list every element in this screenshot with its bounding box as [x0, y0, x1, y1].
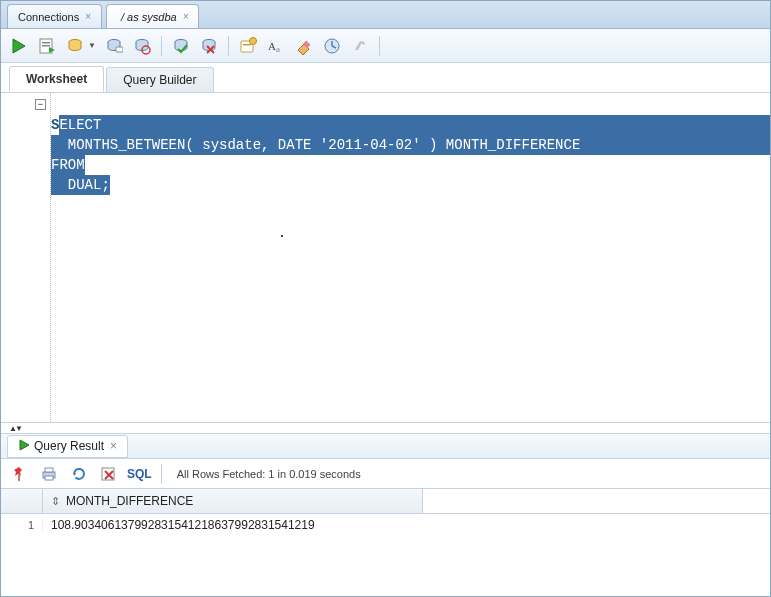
- rownum-header: [1, 489, 43, 513]
- column-header[interactable]: ⇕ MONTH_DIFFERENCE: [43, 489, 423, 513]
- separator: [161, 464, 162, 484]
- cursor-dot: [281, 235, 283, 237]
- row-number: 1: [1, 519, 43, 531]
- pane-splitter[interactable]: ▲▼: [1, 423, 770, 433]
- tab-as-sysdba[interactable]: / as sysdba ×: [106, 4, 199, 28]
- refresh-button[interactable]: [67, 462, 91, 486]
- rollback-button[interactable]: [197, 34, 221, 58]
- sort-icon[interactable]: ⇕: [51, 495, 60, 508]
- svg-marker-28: [20, 440, 29, 450]
- result-tab-strip: Query Result ×: [1, 433, 770, 459]
- worksheet-tab-strip: Worksheet Query Builder: [1, 67, 770, 93]
- code-content[interactable]: SELECT MONTHS_BETWEEN( sysdate, DATE '20…: [51, 93, 770, 422]
- result-toolbar: SQL All Rows Fetched: 1 in 0.019 seconds: [1, 459, 770, 489]
- code-line: ELECT: [59, 115, 770, 135]
- to-uppercase-button[interactable]: Aa: [264, 34, 288, 58]
- explain-plan-button[interactable]: [102, 34, 126, 58]
- svg-text:A: A: [268, 40, 276, 52]
- collapse-up-icon[interactable]: ▲▼: [9, 424, 21, 433]
- tab-label: Connections: [18, 11, 79, 23]
- tab-worksheet[interactable]: Worksheet: [9, 66, 104, 92]
- svg-marker-33: [73, 473, 76, 476]
- worksheet-toolbar: ▼ Aa: [1, 29, 770, 63]
- close-icon[interactable]: ×: [183, 11, 189, 22]
- autotrace-button[interactable]: [63, 34, 87, 58]
- svg-rect-6: [42, 42, 50, 44]
- dropdown-arrow-icon[interactable]: ▼: [88, 41, 96, 50]
- close-icon[interactable]: ×: [85, 11, 91, 22]
- fold-toggle-icon[interactable]: −: [35, 99, 46, 110]
- run-script-button[interactable]: [35, 34, 59, 58]
- svg-marker-4: [13, 39, 25, 53]
- editor-gutter: −: [1, 93, 51, 422]
- commit-button[interactable]: [169, 34, 193, 58]
- code-line: MONTHS_BETWEEN( sysdate, DATE '2011-04-0…: [51, 135, 770, 155]
- tab-query-builder[interactable]: Query Builder: [106, 67, 213, 92]
- tab-label: / as sysdba: [121, 11, 177, 23]
- delete-row-button[interactable]: [97, 462, 121, 486]
- table-row[interactable]: 1 108.9034061379928315412186379928315412…: [1, 514, 770, 536]
- svg-point-20: [249, 37, 256, 44]
- settings-button[interactable]: [348, 34, 372, 58]
- svg-rect-31: [45, 468, 53, 472]
- print-button[interactable]: [37, 462, 61, 486]
- result-grid: ⇕ MONTH_DIFFERENCE 1 108.903406137992831…: [1, 489, 770, 536]
- svg-rect-11: [116, 47, 123, 52]
- tab-connections[interactable]: Connections ×: [7, 4, 102, 28]
- result-tab-label: Query Result: [34, 439, 104, 453]
- code-line: FROM: [51, 155, 85, 175]
- unshared-worksheet-button[interactable]: [236, 34, 260, 58]
- tab-query-result[interactable]: Query Result ×: [7, 435, 128, 458]
- code-char: S: [51, 115, 59, 135]
- sql-link[interactable]: SQL: [127, 467, 152, 481]
- separator: [161, 36, 162, 56]
- column-label: MONTH_DIFFERENCE: [66, 494, 193, 508]
- svg-rect-7: [42, 45, 50, 47]
- svg-rect-32: [45, 476, 53, 480]
- fetch-status-text: All Rows Fetched: 1 in 0.019 seconds: [177, 468, 361, 480]
- close-icon[interactable]: ×: [110, 439, 117, 453]
- separator: [228, 36, 229, 56]
- play-icon: [18, 439, 30, 454]
- connection-tab-strip: Connections × / as sysdba ×: [1, 1, 770, 29]
- pin-button[interactable]: [7, 462, 31, 486]
- sql-editor[interactable]: − SELECT MONTHS_BETWEEN( sysdate, DATE '…: [1, 93, 770, 423]
- cell-value: 108.903406137992831541218637992831541219: [43, 518, 423, 532]
- separator: [379, 36, 380, 56]
- svg-rect-19: [243, 44, 251, 46]
- sql-history-button[interactable]: [320, 34, 344, 58]
- clear-button[interactable]: [292, 34, 316, 58]
- run-statement-button[interactable]: [7, 34, 31, 58]
- code-line: DUAL;: [51, 175, 110, 195]
- svg-text:a: a: [276, 44, 280, 54]
- grid-header-row: ⇕ MONTH_DIFFERENCE: [1, 489, 770, 514]
- sql-tuning-button[interactable]: [130, 34, 154, 58]
